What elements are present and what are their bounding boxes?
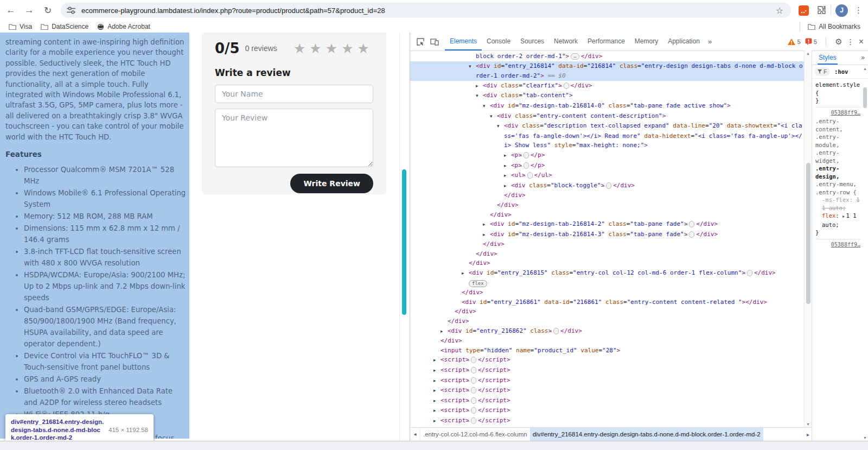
expand-closed-icon[interactable]: ▸ (476, 81, 483, 91)
expand-closed-icon[interactable]: ▸ (504, 151, 511, 161)
lambdatest-extension-icon[interactable] (799, 5, 809, 16)
expand-closed-icon[interactable]: ▸ (433, 386, 441, 396)
inline-expand-icon[interactable]: … (471, 407, 476, 414)
tree-row[interactable]: </div> (410, 210, 804, 220)
tree-row[interactable]: ▸<div id="entry_216815" class="entry-col… (410, 268, 804, 278)
star-icon[interactable]: ★ (358, 41, 373, 56)
element-style-rule[interactable]: element.style { (815, 81, 860, 97)
tree-row[interactable]: ▾<div class="description text-collapsed … (410, 121, 804, 150)
styles-scrollbar[interactable]: ▲ ▼ (862, 66, 868, 441)
url-text[interactable]: ecommerce-playground.lambdatest.io/index… (81, 7, 776, 15)
expand-closed-icon[interactable]: ▸ (462, 269, 469, 278)
tree-row[interactable]: ▸<script>…</script> (410, 365, 804, 376)
bookmark-item-datascience[interactable]: DataScience (41, 23, 88, 30)
tree-row[interactable]: </div> (410, 307, 804, 316)
address-bar[interactable]: ecommerce-playground.lambdatest.io/index… (61, 3, 791, 18)
devtools-menu-icon[interactable]: ⋮ (847, 37, 854, 46)
star-icon[interactable]: ★ (309, 41, 325, 56)
tree-row[interactable]: <div id="entry_216861" data-id="216861" … (410, 297, 804, 307)
breadcrumb-item[interactable]: div#entry_216814.entry-design.design-tab… (530, 428, 763, 441)
breadcrumb-back-icon[interactable]: ◂ (410, 428, 420, 441)
expand-closed-icon[interactable]: ▸ (504, 171, 511, 181)
inline-expand-icon[interactable]: … (471, 387, 476, 394)
breadcrumb-item[interactable]: .entry-col.col-12.col-md-6.flex-column (420, 428, 530, 441)
expand-closed-icon[interactable]: ▸ (504, 161, 511, 171)
issues-badge[interactable]: 5 (805, 38, 817, 45)
expand-closed-icon[interactable]: ▸ (433, 406, 441, 416)
devtools-settings-icon[interactable]: ⚙ (835, 37, 842, 47)
tree-row[interactable]: </div> (410, 239, 804, 249)
inline-expand-icon[interactable]: … (747, 270, 752, 276)
expand-closed-icon[interactable]: ▸ (433, 356, 441, 365)
tree-row[interactable]: ▸<script>…</script> (410, 355, 804, 365)
tab-styles[interactable]: Styles (818, 50, 838, 65)
expand-closed-icon[interactable]: ▸ (433, 376, 441, 386)
devtools-tab-performance[interactable]: Performance (583, 33, 630, 50)
expand-open-icon[interactable]: ▾ (476, 91, 483, 101)
inline-expand-icon[interactable]: … (471, 377, 476, 384)
tree-row[interactable]: ▸<div id="mz-design-tab-216814-3" class=… (410, 230, 804, 240)
tree-row[interactable]: ▸<div class="clearfix">…</div> (410, 81, 804, 91)
css-selector[interactable]: .entry-row { (815, 188, 860, 197)
inline-expand-icon[interactable]: … (471, 357, 476, 363)
expand-closed-icon[interactable]: ▸ (504, 181, 511, 191)
tree-row[interactable]: ▸<script>…</script> (410, 385, 804, 396)
inline-expand-icon[interactable]: … (571, 53, 579, 60)
stylesheet-link[interactable]: 05388ff9… (815, 109, 860, 117)
star-icon[interactable]: ★ (293, 41, 309, 56)
css-selector[interactable]: .entry-module, (815, 133, 860, 149)
tree-row[interactable]: ▾<div id="mz-design-tab-216814-0" class=… (410, 101, 804, 111)
inline-expand-icon[interactable]: … (553, 328, 559, 334)
tree-row[interactable]: ▸<div id="mz-design-tab-216814-2" class=… (410, 219, 804, 230)
console-warnings-badge[interactable]: 5 (788, 39, 800, 45)
device-toolbar-icon[interactable] (427, 35, 442, 49)
sidebar-more-tabs-chevron[interactable]: » (861, 54, 865, 61)
inline-expand-icon[interactable]: … (527, 172, 533, 179)
elements-scrollbar[interactable]: ▲ ▼ (804, 50, 812, 427)
tree-row[interactable]: ▸<script>…</script> (410, 396, 804, 406)
bookmark-item-visa[interactable]: Visa (9, 23, 32, 30)
inline-expand-icon[interactable]: … (524, 152, 529, 159)
review-text-input[interactable] (215, 109, 373, 167)
tree-row[interactable]: block order-2 order-md-1">…</div> (410, 52, 804, 61)
tree-row[interactable]: ▸<footer class="footer">…</footer> (410, 426, 804, 427)
more-tabs-chevron[interactable]: » (705, 33, 715, 50)
expand-open-icon[interactable]: ▾ (469, 62, 476, 72)
expand-closed-icon[interactable]: ▸ (433, 396, 441, 406)
css-selector[interactable]: .entry-content, (815, 117, 860, 133)
breadcrumb-forward-icon[interactable]: ▸ (805, 432, 812, 438)
tree-row[interactable]: </div> (410, 200, 804, 210)
devtools-tab-network[interactable]: Network (549, 33, 583, 50)
devtools-tab-elements[interactable]: Elements (445, 33, 482, 50)
inline-expand-icon[interactable]: … (471, 397, 476, 404)
tree-row-selected[interactable]: ⋯▾<div id="entry_216814" data-id="216814… (410, 61, 804, 81)
scroll-up-icon[interactable]: ▲ (805, 52, 812, 55)
review-name-input[interactable] (215, 85, 373, 103)
extensions-puzzle-icon[interactable] (816, 5, 826, 15)
profile-avatar[interactable]: J (835, 4, 848, 17)
expand-open-icon[interactable]: ▾ (483, 102, 490, 111)
forward-button[interactable]: → (22, 3, 37, 18)
flex-badge[interactable]: flex (469, 280, 487, 287)
star-rating-input[interactable]: ★★★★★ (293, 41, 373, 56)
styles-filter-input[interactable]: F (814, 67, 830, 76)
tree-row[interactable]: ▸<div class="block-toggle">…</div> (410, 181, 804, 191)
tree-row[interactable]: ▸<script>…</script> (410, 416, 804, 426)
inline-expand-icon[interactable]: … (689, 221, 694, 227)
inline-expand-icon[interactable]: … (564, 83, 569, 89)
tree-row[interactable]: </div> (410, 316, 804, 326)
all-bookmarks-button[interactable]: All Bookmarks (819, 23, 860, 30)
css-declaration-msflex[interactable]: -ms-flex: 1 1 auto; (815, 196, 860, 212)
inline-expand-icon[interactable]: … (606, 182, 611, 189)
elements-scrollbar-thumb[interactable] (806, 163, 810, 304)
star-icon[interactable]: ★ (326, 41, 341, 56)
expand-open-icon[interactable]: ▾ (497, 122, 504, 131)
devtools-tab-console[interactable]: Console (482, 33, 515, 50)
styles-scrollbar-thumb[interactable] (863, 87, 867, 108)
tree-row[interactable]: </div> (410, 191, 804, 200)
devtools-close-icon[interactable]: × (859, 37, 864, 47)
devtools-tab-memory[interactable]: Memory (630, 33, 663, 50)
tree-row[interactable]: <input type="hidden" name="product_id" v… (410, 346, 804, 356)
scroll-down-icon[interactable]: ▼ (805, 422, 812, 426)
css-selector[interactable]: .entry-widget, (815, 149, 860, 164)
